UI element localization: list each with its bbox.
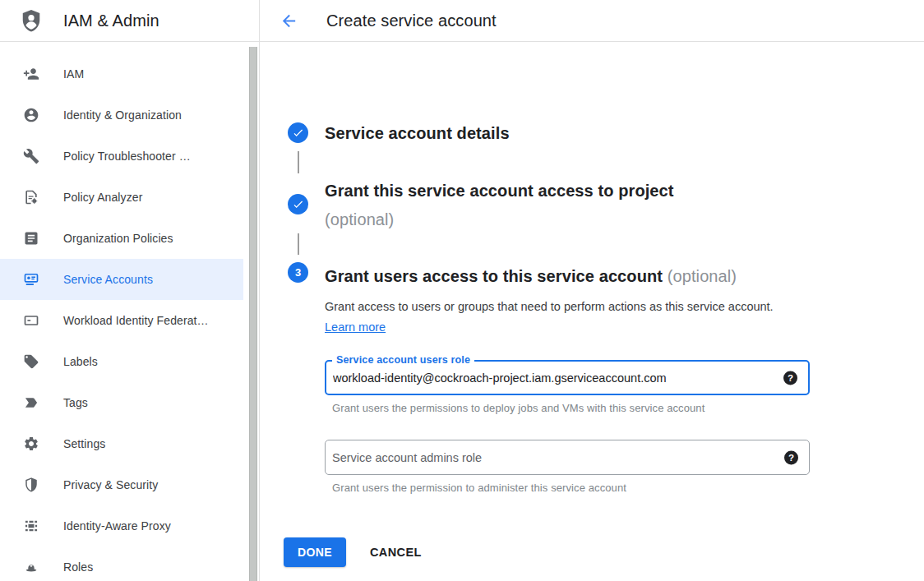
admins-role-input[interactable] — [326, 440, 809, 474]
gear-icon — [23, 436, 39, 452]
sidebar-item-label: Organization Policies — [63, 232, 173, 245]
done-button[interactable]: DONE — [284, 537, 346, 567]
cancel-button[interactable]: CANCEL — [370, 537, 422, 567]
gcp-console-window: IAM & Admin IAM Identity & Organization — [0, 0, 924, 581]
sidebar-header: IAM & Admin — [0, 0, 259, 42]
step-connector — [298, 233, 299, 255]
step3-description-text: Grant access to users or groups that nee… — [325, 300, 774, 313]
sidebar-item-privacy-security[interactable]: Privacy & Security — [0, 464, 243, 505]
sidebar-item-organization-policies[interactable]: Organization Policies — [0, 218, 243, 259]
step1-check-icon — [288, 122, 308, 143]
document-gear-icon — [23, 189, 39, 205]
step3-number: 3 — [295, 266, 301, 279]
step3-optional-label: (optional) — [668, 267, 737, 285]
article-icon — [23, 230, 39, 247]
wrench-icon — [23, 148, 39, 164]
step1-title: Service account details — [325, 119, 510, 148]
page-header: Create service account — [260, 0, 924, 42]
step3-description: Grant access to users or groups that nee… — [325, 297, 778, 338]
label-arrow-icon — [23, 394, 39, 411]
step3-title-text: Grant users access to this service accou… — [325, 267, 663, 285]
sidebar-item-identity-organization[interactable]: Identity & Organization — [0, 95, 243, 136]
sidebar-item-label: Labels — [63, 355, 98, 368]
sidebar-item-iam[interactable]: IAM — [0, 53, 243, 95]
create-service-account-form: Service account details Grant this servi… — [260, 42, 924, 581]
sidebar-scrollbar[interactable] — [249, 47, 257, 581]
sidebar-item-workload-identity-federation[interactable]: Workload Identity Federat… — [0, 300, 243, 341]
sidebar-item-policy-troubleshooter[interactable]: Policy Troubleshooter … — [0, 136, 243, 177]
tag-icon — [23, 353, 39, 370]
shield-half-icon — [23, 477, 39, 493]
sidebar-item-label: Identity & Organization — [63, 108, 182, 122]
sidebar-item-label: Policy Troubleshooter … — [63, 150, 191, 163]
person-add-icon — [23, 66, 39, 82]
service-account-icon — [23, 271, 39, 288]
sidebar-item-label: Tags — [63, 396, 88, 409]
sidebar-item-settings[interactable]: Settings — [0, 423, 243, 464]
sidebar-item-label: Workload Identity Federat… — [63, 314, 209, 327]
help-icon[interactable]: ? — [784, 450, 798, 464]
card-icon — [23, 312, 39, 329]
users-role-input[interactable] — [326, 362, 808, 394]
sidebar-item-label: Roles — [63, 560, 93, 574]
account-circle-icon — [23, 107, 39, 123]
step2-check-icon — [288, 194, 308, 214]
step3-number-badge: 3 — [288, 262, 308, 283]
sidebar: IAM & Admin IAM Identity & Organization — [0, 0, 260, 581]
sidebar-item-roles[interactable]: Roles — [0, 546, 243, 581]
service-account-admins-role-field: ? — [325, 440, 810, 475]
learn-more-link[interactable]: Learn more — [325, 320, 386, 334]
users-role-helper-text: Grant users the permissions to deploy jo… — [332, 402, 705, 414]
step-connector — [298, 151, 299, 173]
product-title: IAM & Admin — [63, 12, 159, 30]
main-panel: Create service account Service account d… — [260, 0, 924, 581]
step3-title: Grant users access to this service accou… — [325, 262, 737, 291]
sidebar-item-label: Settings — [63, 437, 105, 450]
back-arrow-icon[interactable] — [280, 11, 299, 30]
admins-role-helper-text: Grant users the permission to administer… — [332, 482, 626, 494]
sidebar-item-policy-analyzer[interactable]: Policy Analyzer — [0, 177, 243, 218]
sidebar-item-label: Identity-Aware Proxy — [63, 519, 171, 533]
proxy-icon — [23, 518, 39, 534]
help-icon[interactable]: ? — [783, 371, 797, 385]
sidebar-item-label: Service Accounts — [63, 273, 153, 286]
page-title: Create service account — [326, 12, 497, 30]
sidebar-item-identity-aware-proxy[interactable]: Identity-Aware Proxy — [0, 505, 243, 546]
step2-title-text: Grant this service account access to pro… — [325, 182, 674, 200]
service-account-users-role-field: Service account users role ? — [325, 360, 810, 395]
sidebar-item-label: Privacy & Security — [63, 478, 158, 491]
sidebar-item-tags[interactable]: Tags — [0, 382, 243, 423]
step2-optional-label: (optional) — [325, 210, 394, 228]
sidebar-nav: IAM Identity & Organization Policy Troub… — [0, 42, 259, 581]
iam-shield-logo-icon — [19, 7, 44, 34]
sidebar-item-labels[interactable]: Labels — [0, 341, 243, 382]
sidebar-item-label: IAM — [63, 67, 84, 81]
users-role-floating-label: Service account users role — [332, 354, 474, 366]
step2-title: Grant this service account access to pro… — [325, 177, 674, 234]
sidebar-item-service-accounts[interactable]: Service Accounts — [0, 259, 243, 300]
hat-icon — [23, 559, 39, 575]
sidebar-item-label: Policy Analyzer — [63, 191, 142, 204]
